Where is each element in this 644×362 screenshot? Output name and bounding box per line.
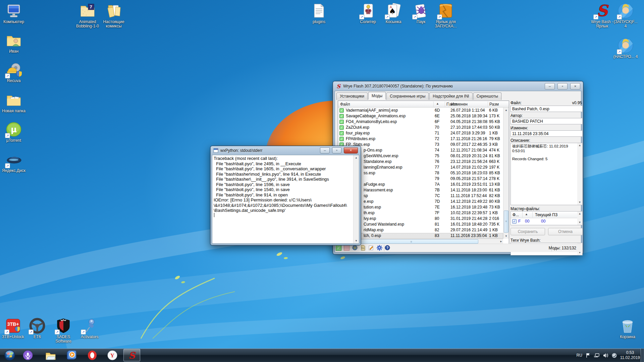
mod-row[interactable]: ✓Vadermania[AAF_anims].esp6D26.07.2018 1… <box>338 108 503 113</box>
checkbox-checked-icon[interactable]: ✓ <box>336 245 341 251</box>
author-input[interactable]: BASHED PATCH <box>511 118 583 124</box>
scrollbar-thumb[interactable]: ≡ <box>344 239 478 244</box>
minimize-button[interactable]: – <box>320 147 330 154</box>
mod-checkbox[interactable]: ✓ <box>339 131 344 135</box>
horizontal-scrollbar[interactable]: ◄ ≡ ► <box>338 239 503 244</box>
desktop-icon-sades[interactable]: ↗ SADES Software <box>50 318 76 344</box>
masters-scrollbar[interactable]: ▲▼ <box>577 212 582 225</box>
network-icon[interactable] <box>594 353 600 358</box>
console-title-bar[interactable]: wxPython: stdout/stderr – ▫ × <box>211 146 361 155</box>
desktop-icon-utorrent[interactable]: µ ↗ µTorrent <box>1 121 27 143</box>
desktop-icon-recycle-bin[interactable]: Корзина <box>614 318 641 339</box>
action-center-flag-icon[interactable] <box>585 353 591 358</box>
desktop-icon-activators[interactable]: ↗ Activators <box>76 318 103 339</box>
desktop-icon-solitaire[interactable]: ♚ ↗ Солитер <box>355 3 381 24</box>
taskbar-media-player[interactable] <box>64 349 79 362</box>
gear-icon[interactable] <box>377 245 382 251</box>
cancel-button[interactable]: Отмена <box>548 228 583 235</box>
tab-saves[interactable]: Сохраненные игры <box>386 93 429 100</box>
taskbar-clock[interactable]: 0:53 11.02.2019 <box>620 350 640 360</box>
desktop-icon-fallout-launch[interactable]: ↗ (ЗАПУСК)F... 4 <box>612 3 639 28</box>
desktop-icon-wrye-bash[interactable]: S ↗ Wrye Bash - Ярлык <box>589 3 615 28</box>
mod-row[interactable]: th.esp7F10.02.2018 22:39:571 KB <box>338 210 503 216</box>
mod-row[interactable]: ✓FPAttributes.esp7217.11.2018 21:26:1679… <box>338 136 503 142</box>
console-text[interactable]: Traceback (most recent call last): File … <box>214 156 352 243</box>
mod-row[interactable]: ✓SavageCabbage_Animations.esp6E25.08.201… <box>338 113 503 119</box>
maximize-button[interactable]: ▫ <box>557 83 568 89</box>
desktop-icon-ivan[interactable]: Иван <box>1 32 27 54</box>
mod-checkbox[interactable]: ✓ <box>339 120 344 124</box>
tab-mods[interactable]: Моды <box>368 92 386 100</box>
mod-row[interactable]: lanningEnhanced.esp7714.07.2018 21:02:29… <box>338 165 503 170</box>
desktop-icon-animated-bobbling[interactable]: 7 Animated Bobbling-1-0 <box>74 3 101 28</box>
mod-checkbox[interactable]: ✓ <box>339 108 344 113</box>
mod-row[interactable]: ✓FP_Stats.esp7309.07.2017 22:46:353 KB <box>338 142 503 147</box>
language-indicator[interactable]: RU <box>576 353 582 358</box>
mod-row[interactable]: tch, 0.esp8311.11.2016 23:35:041 KB <box>338 233 503 239</box>
description-textarea[interactable]: 袚斜薪芯胁谢械薪芯: 11.02.2019 0:53:01 Records Ch… <box>511 143 583 205</box>
taskbar-wrye-flash-active[interactable]: S <box>123 349 140 361</box>
volume-icon[interactable] <box>603 353 608 358</box>
mod-row[interactable]: p-Ons.esp7412.11.2017 21:08:34474 K <box>338 147 503 153</box>
desktop-icon-spider[interactable]: ↗ Паук <box>408 3 434 24</box>
close-button[interactable]: × <box>570 83 580 89</box>
desktop-icon-computer[interactable]: Компьютер <box>1 3 27 24</box>
taskbar-explorer[interactable] <box>43 349 58 362</box>
vertical-scrollbar[interactable]: ▲ ▼ <box>353 155 359 243</box>
modified-input[interactable]: 11.11.2016 23:35:04 <box>511 130 583 137</box>
mod-checkbox[interactable]: ✓ <box>339 137 344 141</box>
mod-list-header-right[interactable]: Изменен Разм <box>449 101 509 108</box>
scrollbar-thumb[interactable]: ≡ <box>504 210 508 233</box>
tab-ini-edits[interactable]: Надстройки для INI <box>429 93 472 100</box>
desktop-icon-plugins[interactable]: plugins <box>306 3 332 24</box>
taskbar-opera[interactable] <box>85 349 100 362</box>
mod-checkbox[interactable]: ✓ <box>339 114 344 118</box>
tab-installers[interactable]: Установщики <box>336 93 368 100</box>
mod-row[interactable]: Harassment.esp7B14.11.2018 18:23:0061 KB <box>338 187 503 193</box>
masters-header[interactable]: Ф... ▲ Текущий ПЗ <box>511 212 582 218</box>
checkbox-unchecked-icon[interactable] <box>344 245 350 251</box>
mod-row[interactable]: tution.esp7E16.12.2018 18:23:4873 KB <box>338 204 503 210</box>
vertical-scrollbar[interactable]: ▲ ≡ ▼ <box>503 108 509 239</box>
desktop-icon-launch-shortcut[interactable]: ↗ Ярлык для ЗАПУСКА... <box>433 3 459 28</box>
desktop-icon-fallout-settings[interactable]: ↗ (НАСТРО... 4 <box>612 38 639 59</box>
close-button[interactable]: × <box>344 147 358 154</box>
tab-screenshots[interactable]: Скриншоты <box>473 93 501 100</box>
minimize-button[interactable]: – <box>545 83 555 89</box>
masters-row[interactable]: ✓ F 00 00 <box>511 218 582 225</box>
mod-row[interactable]: ✓four_play.esp7124.07.2018 3:29:391 KB <box>338 130 503 136</box>
file-name-input[interactable]: Bashed Patch, 0.esp <box>511 106 583 112</box>
desktop-icon-3tb-unlock[interactable]: 3ТВ+ ↗ 3ТВ+Unlock <box>0 318 26 339</box>
help-icon[interactable]: ? <box>385 245 390 251</box>
save-button[interactable]: Сохранить <box>511 228 545 235</box>
maximize-button[interactable]: ▫ <box>332 147 341 154</box>
mod-row[interactable]: 7909.05.2018 21:57:14278 K <box>338 176 503 182</box>
desktop-icon-recuva[interactable]: ↗ Recuva <box>1 62 27 83</box>
description-scrollbar[interactable]: ▲▼ <box>577 143 582 205</box>
mod-row[interactable]: Standalone.esp7623.12.2018 21:56:24663 K <box>338 159 503 165</box>
desktop-icon-yandex-disk[interactable]: ↗ Яндекс.Диск <box>1 152 27 173</box>
mod-row[interactable]: Ivy.esp8031.01.2019 21:44:282 016 <box>338 216 503 222</box>
mod-row[interactable]: gSexWithLover.esp7508.01.2019 20:31:2481… <box>338 153 503 159</box>
doc-icon[interactable]: Doc <box>360 245 366 251</box>
mod-checkbox[interactable]: ✓ <box>339 125 344 130</box>
taskbar-yandex-browser[interactable]: Y <box>105 349 119 362</box>
globe-icon[interactable] <box>352 245 358 251</box>
tray-app-icon[interactable] <box>611 353 617 358</box>
masters-table[interactable]: Ф... ▲ Текущий ПЗ ✓ F 00 00 <box>511 211 583 225</box>
wrye-title-bar[interactable]: S Wrye Flash 307.201807040057 (Standalon… <box>333 81 583 91</box>
mod-row[interactable]: Cursed Wasteland.esp8116.01.2018 18:48:2… <box>338 222 503 227</box>
mod-row[interactable]: ss.esp7805.10.2018 16:23:0385 KB <box>338 170 503 176</box>
edit-icon[interactable] <box>368 245 374 251</box>
taskbar-voice-assistant[interactable] <box>21 349 35 362</box>
mod-row[interactable]: sp7C11.11.2018 17:52:4482 KB <box>338 193 503 199</box>
desktop-icon-et6[interactable]: ↗ ET6 <box>24 318 50 339</box>
start-button[interactable] <box>3 349 17 362</box>
desktop-icon-comics[interactable]: Настоящие комиксы <box>101 3 127 28</box>
mod-row[interactable]: e.esp7D14.12.2018 21:49:2280 KB <box>338 199 503 204</box>
mod-row[interactable]: ✓FO4_AnimationsByLeito.esp6F04.05.2018 2… <box>338 119 503 125</box>
show-desktop-button[interactable] <box>641 349 644 362</box>
desktop-icon-new-folder[interactable]: Новая папка <box>1 92 27 113</box>
mod-row[interactable]: rldMap.esp8229.07.2016 21:14:491 KB <box>338 227 503 233</box>
mod-row[interactable]: ✓ZaZOut4.esp7027.10.2018 17:44:0350 KB <box>338 125 503 130</box>
